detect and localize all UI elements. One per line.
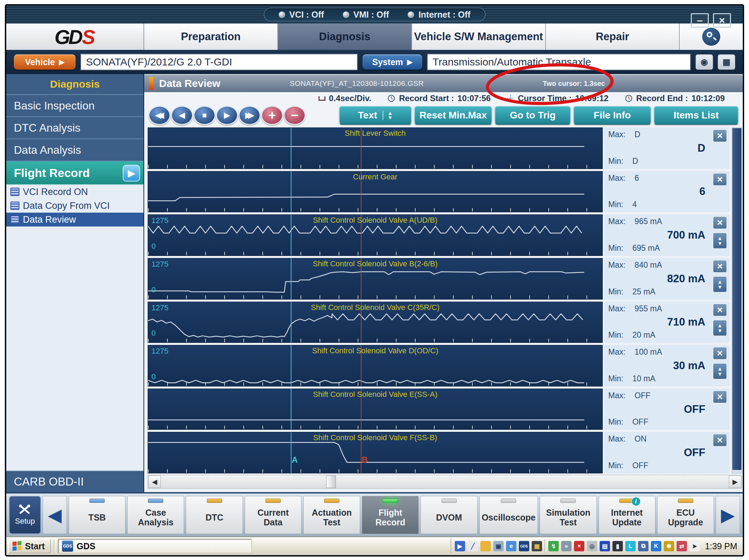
close-button[interactable]: × <box>713 13 731 28</box>
settings-panel-button[interactable]: ▦ <box>718 54 735 70</box>
channel-plot[interactable]: Shift Control Solenoid Valve C(35R/C)127… <box>148 302 603 343</box>
tab-diagnosis[interactable]: Diagnosis <box>278 24 412 50</box>
horizontal-scrollbar-thumb[interactable] <box>326 475 336 488</box>
close-channel-button[interactable]: × <box>713 129 727 142</box>
system-field[interactable]: Transmission/Automatic Transaxle <box>427 54 691 70</box>
sidebar-subitem-data-copy-from-vci[interactable]: Data Copy From VCI <box>6 199 143 213</box>
toolbar-button-oscilloscope[interactable]: Oscilloscope <box>479 496 538 534</box>
scale-stepper-button[interactable]: ▲▼ <box>713 276 727 293</box>
notepad-icon[interactable]: ╱ <box>468 541 478 551</box>
channel-plot[interactable]: Shift Control Solenoid Valve D(OD/C)1275… <box>148 345 603 386</box>
eject-icon[interactable]: ◎ <box>587 541 597 551</box>
toolbar-button-case-analysis[interactable]: Case Analysis <box>127 496 184 534</box>
stop-button[interactable]: ■ <box>193 106 216 125</box>
play-button[interactable]: ▶ <box>216 106 238 125</box>
close-channel-button[interactable]: × <box>713 303 727 317</box>
update-icon[interactable]: ↯ <box>548 541 559 551</box>
sidebar-item-basic-inspection[interactable]: Basic Inspection <box>6 95 143 117</box>
spinner-arrows-icon[interactable]: ▲▼ <box>383 111 393 120</box>
sidebar-item-flight-record[interactable]: Flight Record ▶ <box>6 161 143 185</box>
go-to-trig-button[interactable]: Go to Trig <box>495 106 571 125</box>
toolbar-button-ecu-upgrade[interactable]: ECU Upgrade <box>657 496 714 534</box>
close-channel-button[interactable]: × <box>713 347 727 360</box>
toolbar-scroll-right-button[interactable]: ▶ <box>716 496 740 534</box>
min-readout: Min:20 mA <box>608 330 655 340</box>
sidebar-subitem-vci-record-on[interactable]: VCI Record ON <box>6 185 143 199</box>
toolbar-button-internet-update[interactable]: Internet Updatei <box>599 496 655 534</box>
close-channel-button[interactable]: × <box>713 216 727 229</box>
messenger-icon[interactable]: K <box>651 541 661 551</box>
toolbar-button-tsb[interactable]: TSB <box>69 496 125 534</box>
toolbar-button-actuation-test[interactable]: Actuation Test <box>303 496 360 534</box>
tab-preparation[interactable]: Preparation <box>144 24 278 50</box>
channel-plot[interactable]: Shift Control Solenoid Valve B(2-6/B)127… <box>148 258 603 300</box>
reset-min-max-button[interactable]: Reset Min.Max <box>414 106 492 125</box>
sidebar-item-carb-obd2[interactable]: CARB OBD-II <box>6 471 143 492</box>
horizontal-scrollbar[interactable]: ◀ ▶ <box>148 475 742 489</box>
screenshot-camera-button[interactable]: ◉ <box>696 54 713 70</box>
vehicle-field[interactable]: SONATA(YF)/2012/G 2.0 T-GDI <box>80 54 358 70</box>
channel-plot[interactable]: Current Gear <box>148 171 603 213</box>
close-channel-button[interactable]: × <box>713 434 727 447</box>
folder-icon[interactable] <box>480 541 491 551</box>
close-channel-button[interactable]: × <box>713 260 727 273</box>
language-icon[interactable]: L <box>625 541 636 551</box>
vertical-scrollbar-thumb[interactable] <box>732 128 741 470</box>
toolbar-button-simulation-test[interactable]: Simulation Test <box>540 496 596 534</box>
vehicle-button[interactable]: Vehicle▶ <box>14 54 76 70</box>
tab-vehicle-s-w-management[interactable]: Vehicle S/W Management <box>412 24 546 50</box>
scroll-left-button[interactable]: ◀ <box>148 475 161 488</box>
channel-plot[interactable]: Shift Control Solenoid Valve F(SS-B)AB <box>148 432 603 473</box>
scale-stepper-button[interactable]: ▲▼ <box>713 232 727 249</box>
device-error-icon[interactable]: × <box>574 541 584 551</box>
system-button[interactable]: System▶ <box>363 54 422 70</box>
channel-value-panel: Max:100 mAMin:10 mA30 mA×▲▼ <box>604 345 730 386</box>
tools-icon[interactable]: ✱ <box>664 541 674 551</box>
rewind-button[interactable]: ◀◀ <box>148 106 171 125</box>
usb-icon[interactable]: ▮ <box>612 541 623 551</box>
toolbar-button-dtc[interactable]: DTC <box>186 496 243 534</box>
display-mode-dropdown[interactable]: Text ▲▼ <box>339 106 412 125</box>
scroll-right-button[interactable]: ▶ <box>729 475 741 488</box>
step-back-button[interactable]: ◀ <box>171 106 193 125</box>
zoom-out-button[interactable]: − <box>284 106 306 125</box>
dual-monitor-icon[interactable]: ⧉ <box>638 541 648 551</box>
sync-icon[interactable]: ⇄ <box>677 541 687 551</box>
file-info-button[interactable]: File Info <box>573 106 651 125</box>
my-computer-icon[interactable]: ▣ <box>493 541 504 551</box>
sidebar-item-data-analysis[interactable]: Data Analysis <box>6 139 143 161</box>
fast-forward-button[interactable]: ▶▶ <box>238 106 261 125</box>
channel-plot[interactable]: Shift Lever Switch <box>148 127 603 169</box>
sidebar-subitem-data-review[interactable]: Data Review <box>6 213 143 226</box>
scale-stepper-button[interactable]: ▲▼ <box>713 320 727 336</box>
toolbar-button-flight-record[interactable]: Flight Record <box>362 496 419 534</box>
start-button[interactable]: Start <box>8 539 51 553</box>
items-list-button[interactable]: Items List <box>654 106 739 125</box>
close-channel-button[interactable]: × <box>713 390 727 403</box>
tab-repair[interactable]: Repair <box>546 24 680 50</box>
scale-stepper-button[interactable]: ▲▼ <box>713 363 727 380</box>
sidebar-item-dtc-analysis[interactable]: DTC Analysis <box>6 117 143 139</box>
taskbar-app-gds[interactable]: GDS GDS <box>58 539 252 553</box>
minimize-button[interactable]: – <box>691 13 709 28</box>
media-player-icon[interactable]: ▶ <box>455 541 465 551</box>
toolbar-button-current-data[interactable]: Current Data <box>245 496 302 534</box>
photo-viewer-icon[interactable]: ▦ <box>532 541 542 551</box>
toolbar-button-dvom[interactable]: DVOM <box>420 496 477 534</box>
gds-launcher-icon[interactable]: GDS <box>519 541 529 551</box>
address-book-icon[interactable]: ▤ <box>600 541 610 551</box>
setup-button[interactable]: Setup <box>9 496 41 534</box>
channel-plot[interactable]: Shift Control Solenoid Valve A(UD/B)1275… <box>148 214 603 256</box>
vertical-scrollbar[interactable] <box>732 127 742 473</box>
signal-icon[interactable]: » <box>561 541 572 551</box>
channel-plot[interactable]: Shift Control Solenoid Valve E(SS-A) <box>148 389 603 430</box>
pointer-icon[interactable]: ➤ <box>689 541 700 551</box>
search-tab[interactable] <box>680 24 743 50</box>
indicator-blue <box>148 499 163 503</box>
internet-explorer-icon[interactable]: e <box>506 541 516 551</box>
flight-record-expand-button[interactable]: ▶ <box>123 165 140 181</box>
toolbar-scroll-left-button[interactable]: ◀ <box>43 496 67 534</box>
zoom-in-button[interactable]: + <box>261 106 283 125</box>
close-channel-button[interactable]: × <box>713 173 727 186</box>
min-readout: Min:10 mA <box>608 374 655 383</box>
